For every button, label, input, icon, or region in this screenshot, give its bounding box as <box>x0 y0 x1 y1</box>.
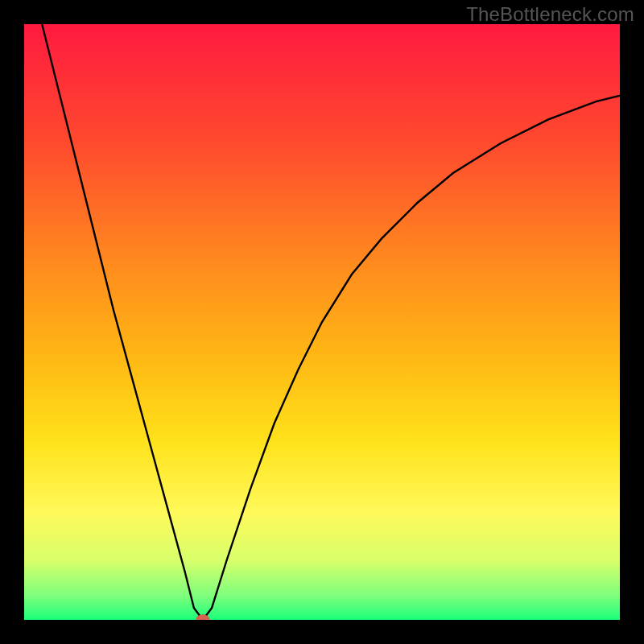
chart-svg <box>24 24 620 620</box>
watermark-text: TheBottleneck.com <box>466 3 634 26</box>
chart-frame: TheBottleneck.com <box>0 0 644 644</box>
plot-area <box>24 24 620 620</box>
